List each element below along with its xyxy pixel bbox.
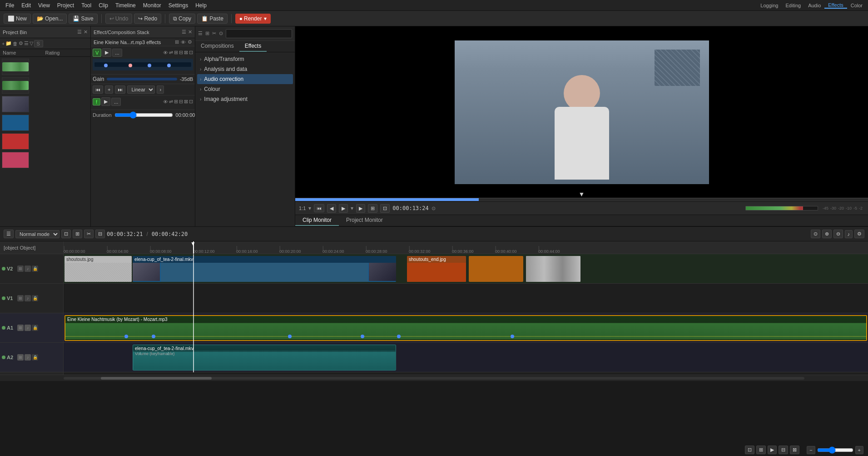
kf-point-3[interactable] (288, 335, 292, 338)
interpolation-select[interactable]: Linear (127, 85, 155, 94)
nav-prev-button[interactable]: ⏮ (93, 85, 103, 94)
track-a2-lock-icon[interactable]: 🔒 (32, 354, 38, 361)
kf-point-6[interactable] (511, 335, 514, 338)
bin-list-icon[interactable]: ☰ (24, 40, 29, 46)
preview-timecode-icon[interactable]: ⊙ (432, 205, 436, 211)
menu-help[interactable]: Help (192, 2, 210, 9)
menu-file[interactable]: File (2, 2, 18, 9)
tab-clip-monitor[interactable]: Clip Monitor (295, 215, 339, 226)
kf-point-1[interactable] (124, 335, 128, 338)
track-a1-vid-icon[interactable]: ⊞ (17, 325, 24, 331)
clip-shoutouts-end[interactable]: shoutouts_end.jpg (407, 256, 466, 282)
track-v1-audio-icon[interactable]: ♪ (25, 295, 31, 301)
zoom-prev-btn[interactable]: ⊞ (756, 446, 766, 454)
zoom-end-btn[interactable]: ⊠ (790, 446, 799, 454)
tree-item-analysis[interactable]: › Analysis and data (197, 64, 293, 74)
ws-tab-effects[interactable]: Effects (824, 2, 847, 9)
menu-tool[interactable]: Tool (78, 2, 95, 9)
panel-close-icon[interactable]: ✕ (84, 29, 88, 35)
effect-v-button[interactable]: V (93, 49, 101, 57)
kf-point-4[interactable] (361, 335, 364, 338)
bin-search-input[interactable] (34, 40, 43, 47)
preview-grid-btn[interactable]: ⊞ (368, 204, 377, 213)
timeline-playhead[interactable]: ▼ (193, 241, 194, 254)
sec-grid4-icon[interactable]: ⊡ (189, 99, 193, 105)
sec-grid3-icon[interactable]: ⊠ (184, 99, 188, 105)
zoom-dropdown-icon[interactable]: ▾ (308, 205, 311, 211)
track-a2-vid-icon[interactable]: ⊞ (17, 354, 24, 361)
open-button[interactable]: 📂 Open... (33, 14, 67, 24)
redo-button[interactable]: ↪ Redo (134, 14, 161, 24)
tab-effects[interactable]: Effects (239, 41, 267, 52)
menu-settings[interactable]: Settings (165, 2, 192, 9)
menu-view[interactable]: View (35, 2, 54, 9)
track-v2-audio-icon[interactable]: ♪ (25, 266, 31, 272)
effect-more-icons[interactable]: ⊟ (179, 50, 183, 55)
duration-slider[interactable] (114, 111, 173, 119)
clip-white-end[interactable] (526, 256, 580, 282)
tl-lock-btn[interactable]: ⊕ (822, 230, 832, 238)
effect-nav-icons[interactable]: ⊞ (174, 50, 178, 55)
ws-tab-audio[interactable]: Audio (804, 3, 824, 8)
preview-play-dropdown[interactable]: ▾ (351, 205, 353, 211)
tree-item-alpha[interactable]: › Alpha/Transform (197, 54, 293, 64)
tl-menu-btn[interactable]: ☰ (4, 230, 14, 238)
zoom-slider[interactable] (817, 446, 853, 454)
effect-dots-button[interactable]: ... (112, 49, 122, 57)
sec-eye-icon[interactable]: 👁 (163, 99, 168, 105)
nav-add-button[interactable]: + (105, 85, 113, 94)
track-a1-lock-icon[interactable]: 🔒 (32, 325, 38, 331)
tree-item-colour[interactable]: › Colour (197, 84, 293, 94)
preview-next-frame[interactable]: ▶ (356, 204, 365, 213)
timeline-scrollbar[interactable] (0, 375, 868, 381)
clip-shoutouts-jpg[interactable]: shoutouts.jpg (64, 256, 132, 282)
sec-play-button[interactable]: ▶ (101, 97, 110, 106)
tl-insert-btn[interactable]: ⊞ (73, 230, 82, 238)
bin-delete-icon[interactable]: 🗑 (13, 41, 18, 46)
tl-razor-btn[interactable]: ✂ (84, 230, 94, 238)
effect-panel-menu-icon[interactable]: ☰ (182, 29, 186, 35)
ws-tab-editing[interactable]: Editing (782, 3, 804, 8)
tab-project-monitor[interactable]: Project Monitor (339, 215, 390, 226)
menu-monitor[interactable]: Monitor (139, 2, 165, 9)
effects-list-icon3[interactable]: ✂ (212, 30, 216, 36)
track-a2-audio-icon[interactable]: ♪ (25, 354, 31, 361)
bin-folder-icon[interactable]: 📁 (5, 40, 12, 46)
effect-eye2-icon[interactable]: 👁 (163, 50, 168, 55)
new-button[interactable]: ⬜ New (4, 14, 31, 24)
effect-eye-icon[interactable]: 👁 (181, 40, 186, 45)
bin-col-name[interactable]: Name (3, 50, 45, 55)
list-item[interactable] (1, 76, 89, 95)
track-v2-lock-icon[interactable]: 🔒 (32, 266, 38, 272)
sec-f-button[interactable]: f (93, 98, 100, 105)
nav-next-button[interactable]: ⏭ (115, 85, 125, 94)
effect-settings-icon[interactable]: ⚙ (188, 39, 192, 45)
list-item[interactable] (1, 95, 89, 113)
tl-fit-btn[interactable]: ⊡ (61, 230, 71, 238)
effects-list-icon4[interactable]: ⊙ (219, 30, 223, 36)
effect-last-icon[interactable]: ⊡ (189, 50, 193, 55)
keyframe-bar[interactable] (94, 62, 191, 67)
tl-spacer-btn[interactable]: ⊟ (95, 230, 105, 238)
panel-menu-icon[interactable]: ☰ (77, 29, 82, 35)
tree-item-image-adjustment[interactable]: › Image adjustment (197, 94, 293, 104)
sec-grid2-icon[interactable]: ⊟ (179, 99, 183, 105)
sec-grid1-icon[interactable]: ⊞ (174, 99, 178, 105)
clip-orange[interactable] (469, 256, 523, 282)
effect-grid-icon[interactable]: ⊞ (175, 39, 179, 45)
tl-audio-btn[interactable]: ♪ (845, 230, 853, 238)
effects-list-icon2[interactable]: ⊞ (205, 30, 209, 36)
tab-compositions[interactable]: Compositions (195, 41, 239, 52)
zoom-minus-btn[interactable]: − (807, 446, 815, 454)
kf-point-2[interactable] (152, 335, 155, 338)
effect-panel-close-icon[interactable]: ✕ (188, 29, 192, 35)
render-button[interactable]: ● Render ▾ (235, 14, 271, 24)
bin-col-rating[interactable]: Rating (45, 50, 88, 55)
preview-back-frame[interactable]: ◀ (327, 204, 336, 213)
tl-group-btn[interactable]: ⊖ (833, 230, 843, 238)
list-item[interactable] (1, 114, 89, 132)
ws-tab-logging[interactable]: Logging (757, 3, 782, 8)
bin-props-icon[interactable]: ⚙ (19, 40, 23, 46)
tree-item-audio-correction[interactable]: › Audio correction (197, 74, 293, 84)
tl-snap-btn[interactable]: ⊙ (811, 230, 820, 238)
